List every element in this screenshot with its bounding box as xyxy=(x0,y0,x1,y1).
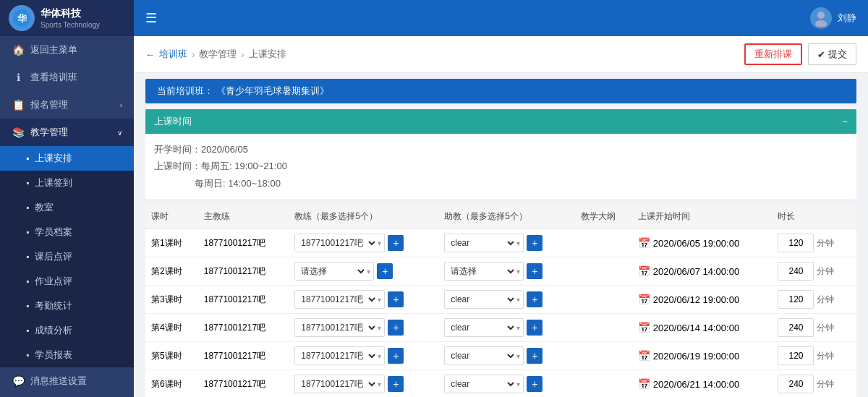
assistant-cell[interactable]: clear ▾ + xyxy=(438,314,574,342)
assistant-select[interactable]: clear xyxy=(445,291,516,308)
sidebar-item-student-report[interactable]: ▪ 学员报表 xyxy=(0,343,134,367)
duration-cell[interactable]: 分钟 xyxy=(772,229,856,257)
trainer-add-button[interactable]: + xyxy=(388,376,404,392)
start-time-cell: 📅 2020/06/14 14:00:00 xyxy=(632,314,773,342)
duration-input[interactable] xyxy=(778,346,814,365)
calendar-icon[interactable]: 📅 xyxy=(638,294,650,305)
breadcrumb-bar: ← 培训班 › 教学管理 › 上课安排 重新排课 ✔ 提交 xyxy=(134,36,868,73)
trainer-cell[interactable]: 18771001217吧 ▾ + xyxy=(289,342,438,370)
duration-cell[interactable]: 分钟 xyxy=(772,314,856,342)
table-row: 第3课时18771001217吧 18771001217吧 ▾ + clear … xyxy=(145,286,856,314)
assistant-cell[interactable]: clear ▾ + xyxy=(438,229,574,257)
duration-cell[interactable]: 分钟 xyxy=(772,370,856,397)
sidebar-item-teaching[interactable]: 📚 教学管理 ∨ xyxy=(0,119,134,146)
assistant-cell[interactable]: clear ▾ + xyxy=(438,286,574,314)
duration-cell[interactable]: 分钟 xyxy=(772,286,856,314)
sidebar-item-homework[interactable]: ▪ 作业点评 xyxy=(0,269,134,294)
clipboard-icon: 📋 xyxy=(12,99,25,111)
duration-input[interactable] xyxy=(778,234,814,252)
sidebar-item-schedule[interactable]: ▪ 上课安排 xyxy=(0,146,134,171)
sidebar-item-message[interactable]: 💬 消息推送设置 xyxy=(0,367,134,395)
start-time-cell: 📅 2020/06/12 19:00:00 xyxy=(632,286,773,314)
assistant-select-wrapper[interactable]: clear ▾ xyxy=(444,290,524,309)
assistant-select[interactable]: clear xyxy=(445,319,516,336)
assistant-add-button[interactable]: + xyxy=(527,263,542,279)
sidebar-item-student-file[interactable]: ▪ 学员档案 xyxy=(0,220,134,244)
duration-cell[interactable]: 分钟 xyxy=(772,257,856,286)
calendar-icon[interactable]: 📅 xyxy=(638,350,650,362)
trainer-select[interactable]: 请选择 xyxy=(295,262,367,280)
trainer-select-wrapper[interactable]: 18771001217吧 ▾ xyxy=(294,290,385,309)
section-body: 开学时间：2020/06/05 上课时间：每周五: 19:00~21:00 每周… xyxy=(145,134,856,199)
duration-input[interactable] xyxy=(778,318,814,337)
assistant-add-button[interactable]: + xyxy=(527,320,542,336)
assistant-select[interactable]: clear xyxy=(445,347,516,364)
trainer-cell[interactable]: 18771001217吧 ▾ + xyxy=(289,370,438,397)
assistant-add-button[interactable]: + xyxy=(527,376,542,392)
trainer-add-button[interactable]: + xyxy=(388,291,404,307)
trainer-select-wrapper[interactable]: 18771001217吧 ▾ xyxy=(294,318,385,337)
trainer-cell[interactable]: 请选择 ▾ + xyxy=(289,257,438,286)
outline-cell xyxy=(575,257,632,286)
trainer-select-wrapper[interactable]: 18771001217吧 ▾ xyxy=(294,346,385,365)
calendar-icon[interactable]: 📅 xyxy=(638,237,650,249)
trainer-cell[interactable]: 18771001217吧 ▾ + xyxy=(289,286,438,314)
trainer-select[interactable]: 18771001217吧 xyxy=(295,375,378,393)
duration-input[interactable] xyxy=(778,375,814,393)
lesson-cell: 第4课时 xyxy=(145,314,198,342)
assistant-select-wrapper[interactable]: clear ▾ xyxy=(444,375,524,393)
trainer-select-wrapper[interactable]: 请选择 ▾ xyxy=(294,262,374,281)
reorder-button[interactable]: 重新排课 xyxy=(744,43,802,65)
trainer-select-wrapper[interactable]: 18771001217吧 ▾ xyxy=(294,375,385,393)
content-area: ← 培训班 › 教学管理 › 上课安排 重新排课 ✔ 提交 当前培训班： 《青少… xyxy=(134,36,868,397)
assistant-add-button[interactable]: + xyxy=(527,235,542,251)
calendar-icon[interactable]: 📅 xyxy=(638,265,650,277)
calendar-icon[interactable]: 📅 xyxy=(638,322,650,333)
submit-button[interactable]: ✔ 提交 xyxy=(808,43,856,65)
trainer-select-wrapper[interactable]: 18771001217吧 ▾ xyxy=(294,234,385,252)
trainer-select[interactable]: 18771001217吧 xyxy=(295,291,378,308)
collapse-icon[interactable]: − xyxy=(842,116,848,127)
assistant-select-wrapper[interactable]: clear ▾ xyxy=(444,318,524,337)
sidebar-item-enrollment[interactable]: 📋 报名管理 › xyxy=(0,91,134,119)
sidebar-item-attendance[interactable]: ▪ 考勤统计 xyxy=(0,294,134,318)
menu-icon[interactable]: ☰ xyxy=(145,10,157,26)
assistant-add-button[interactable]: + xyxy=(527,348,542,364)
trainer-select[interactable]: 18771001217吧 xyxy=(295,347,378,364)
duration-input[interactable] xyxy=(778,262,814,281)
assistant-select[interactable]: 请选择 xyxy=(445,262,516,280)
trainer-select[interactable]: 18771001217吧 xyxy=(295,234,378,252)
trainer-select[interactable]: 18771001217吧 xyxy=(295,319,378,336)
sidebar-item-checkin[interactable]: ▪ 上课签到 xyxy=(0,171,134,195)
trainer-add-button[interactable]: + xyxy=(388,348,404,364)
duration-input[interactable] xyxy=(778,290,814,309)
assistant-select-wrapper[interactable]: clear ▾ xyxy=(444,346,524,365)
sidebar-item-query[interactable]: ℹ 查看培训班 xyxy=(0,64,134,91)
assistant-cell[interactable]: clear ▾ + xyxy=(438,370,574,397)
assistant-select-wrapper[interactable]: clear ▾ xyxy=(444,234,524,252)
sidebar-item-classroom[interactable]: ▪ 教室 xyxy=(0,195,134,220)
trainer-cell[interactable]: 18771001217吧 ▾ + xyxy=(289,314,438,342)
sidebar-item-home[interactable]: 🏠 返回主菜单 xyxy=(0,36,134,64)
assistant-select[interactable]: clear xyxy=(445,375,516,393)
assistant-select-wrapper[interactable]: 请选择 ▾ xyxy=(444,262,524,281)
table-row: 第5课时18771001217吧 18771001217吧 ▾ + clear … xyxy=(145,342,856,370)
assistant-cell[interactable]: 请选择 ▾ + xyxy=(438,257,574,286)
message-icon: 💬 xyxy=(12,375,25,387)
date-cell: 📅 2020/06/07 14:00:00 xyxy=(638,265,767,277)
sidebar-item-after-class[interactable]: ▪ 课后点评 xyxy=(0,244,134,269)
assistant-add-button[interactable]: + xyxy=(527,291,542,307)
duration-cell[interactable]: 分钟 xyxy=(772,342,856,370)
outline-cell xyxy=(575,342,632,370)
assistant-select[interactable]: clear xyxy=(445,234,516,252)
trainer-add-button[interactable]: + xyxy=(388,235,404,251)
trainer-add-button[interactable]: + xyxy=(377,263,393,279)
lesson-table-area: 课时 主教练 教练（最多选择5个） 助教（最多选择5个） 教学大纲 上课开始时间… xyxy=(145,205,856,397)
back-icon[interactable]: ← xyxy=(145,49,155,60)
sidebar-item-analysis[interactable]: ▪ 成绩分析 xyxy=(0,318,134,343)
trainer-add-button[interactable]: + xyxy=(388,320,404,336)
calendar-icon[interactable]: 📅 xyxy=(638,378,650,390)
trainer-cell[interactable]: 18771001217吧 ▾ + xyxy=(289,229,438,257)
assistant-cell[interactable]: clear ▾ + xyxy=(438,342,574,370)
main-coach-cell: 18771001217吧 xyxy=(198,314,289,342)
